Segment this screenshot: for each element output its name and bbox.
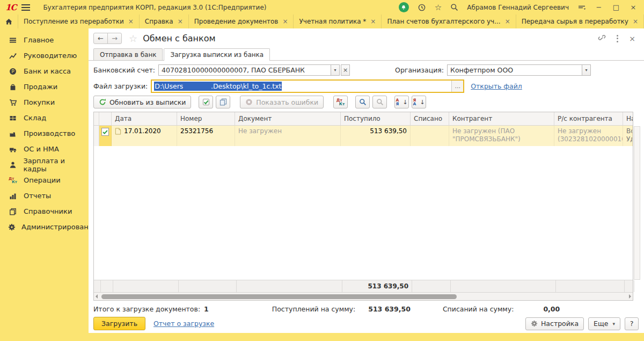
close-form-icon[interactable]: × (629, 34, 635, 43)
bank-account-dropdown-icon[interactable]: ▾ (331, 64, 340, 76)
open-file-link[interactable]: Открыть файл (471, 82, 522, 90)
tab-spravka[interactable]: Справка× (140, 14, 189, 28)
tab-plan-schetov[interactable]: План счетов бухгалтерского уч...× (382, 14, 516, 28)
sidebar-item-os-i-nma[interactable]: ОС и НМА (0, 141, 89, 157)
settings-button[interactable]: Настройка (525, 317, 584, 330)
total-received: 513 639,50 (342, 280, 412, 292)
scroll-right-icon[interactable] (629, 294, 631, 299)
subtab-zagruzka-vypiski[interactable]: Загрузка выписки из банка (164, 48, 270, 61)
link-icon[interactable] (598, 34, 606, 42)
bag-icon (8, 83, 18, 91)
scroll-left-icon[interactable] (96, 294, 98, 299)
header-date[interactable]: Дата (112, 112, 177, 125)
more-menu-icon[interactable] (617, 35, 618, 42)
vertical-scrollbar[interactable] (634, 126, 640, 280)
row-checkbox[interactable] (101, 128, 109, 136)
copy-button[interactable] (216, 96, 230, 108)
home-tab[interactable] (0, 14, 18, 28)
header-received[interactable]: Поступило (341, 112, 411, 125)
sort-descending-button[interactable]: ЯА↓ (412, 96, 426, 108)
search-button[interactable] (450, 3, 458, 11)
main-menu-icon[interactable] (21, 4, 30, 11)
find-button[interactable] (355, 96, 370, 108)
cell-truncated[interactable]: ВоУд (623, 126, 633, 146)
maximize-button[interactable]: □ (612, 3, 620, 11)
dt-kt-button[interactable]: ДтКт (333, 96, 348, 108)
tab-close-icon[interactable]: × (128, 18, 134, 25)
cell-counterparty[interactable]: Не загружен (ПАО "ПРОМСВЯЗЬБАНК") (449, 126, 554, 146)
sidebar-item-pokupki[interactable]: Покупки (0, 95, 89, 110)
cancel-search-button (372, 96, 387, 108)
service-menu-button[interactable] (577, 4, 586, 11)
bank-account-label: Банковский счет: (93, 66, 155, 74)
cell-number[interactable]: 25321756 (177, 126, 235, 146)
back-button[interactable]: ← (93, 33, 108, 44)
header-counterparty[interactable]: Контрагент (449, 112, 554, 125)
tab-postuplenie-iz-pererabotki[interactable]: Поступление из переработки× (18, 14, 140, 28)
app-title: Бухгалтерия предприятия КОРП, редакция 3… (43, 4, 266, 11)
help-button[interactable]: ? (625, 317, 639, 330)
tab-close-icon[interactable]: × (178, 18, 183, 25)
sidebar-item-rukovoditelyu[interactable]: Руководителю (0, 48, 89, 63)
header-written-off[interactable]: Списано (411, 112, 449, 125)
tab-close-icon[interactable]: × (282, 18, 288, 25)
table-totals-row: 513 639,50 (94, 280, 633, 292)
scrollbar-thumb[interactable] (101, 294, 457, 299)
tab-uchetnaya-politika[interactable]: Учетная политика *× (294, 14, 382, 28)
file-field[interactable]: D:\Users .Desktop\kl_to_1c.txt ... (151, 79, 464, 93)
arrow-left-icon: ← (98, 34, 104, 42)
cell-received[interactable]: 513 639,50 (341, 126, 411, 146)
sidebar-item-bank-i-kassa[interactable]: РБанк и касса (0, 63, 89, 79)
sidebar-item-zarplata-i-kadry[interactable]: Зарплата и кадры (0, 157, 89, 172)
more-button[interactable]: Еще▾ (588, 317, 620, 330)
load-report-link[interactable]: Отчет о загрузке (153, 320, 214, 328)
forward-button[interactable]: → (107, 33, 122, 44)
sidebar-item-proizvodstvo[interactable]: Производство (0, 126, 89, 141)
sidebar-item-sklad[interactable]: Склад (0, 110, 89, 126)
cell-date[interactable]: 17.01.2020 (112, 126, 177, 146)
sort-ascending-button[interactable]: АЯ↓ (394, 96, 409, 108)
header-number[interactable]: Номер (177, 112, 235, 125)
tab-peredacha-syrya[interactable]: Передача сырья в переработку× (516, 14, 644, 28)
organization-field[interactable]: Конфетпром ООО (447, 64, 582, 76)
row-checkbox-cell[interactable] (99, 126, 112, 146)
table-row[interactable]: 17.01.2020 25321756 Не загружен 513 639,… (94, 126, 633, 146)
load-button[interactable]: Загрузить (93, 317, 145, 330)
tab-provedenie-dokumentov[interactable]: Проведение документов× (189, 14, 294, 28)
mark-button[interactable] (199, 96, 213, 108)
sidebar-item-administrirovanie[interactable]: Администрирование (0, 219, 89, 235)
bottom-strip (0, 333, 644, 341)
header-document[interactable]: Документ (235, 112, 341, 125)
sidebar-item-operacii[interactable]: ДтКтОперации (0, 172, 89, 188)
cart-icon (8, 99, 18, 106)
command-bar: Обновить из выписки Показать ошибки ДтКт… (89, 93, 644, 112)
cell-counterparty-account[interactable]: Не загружен(30232810200000109… (554, 126, 623, 146)
error-circle-icon (245, 98, 253, 106)
sidebar-item-prodazhi[interactable]: Продажи (0, 79, 89, 95)
header-truncated[interactable]: На (623, 112, 633, 125)
sidebar-item-glavnoe[interactable]: Главное (0, 32, 89, 48)
sidebar-item-otchety[interactable]: Отчеты (0, 188, 89, 204)
organization-dropdown-icon[interactable]: ▾ (582, 64, 591, 76)
bank-account-field[interactable]: 40702810000000000007, ПАО СБЕРБАНК (158, 64, 331, 76)
bank-account-clear-icon[interactable]: × (341, 64, 350, 76)
tab-close-icon[interactable]: × (633, 18, 638, 25)
tab-close-icon[interactable]: × (370, 18, 376, 25)
header-counterparty-account[interactable]: Р/с контрагента (554, 112, 623, 125)
favorites-button[interactable]: ☆ (435, 3, 442, 12)
current-user[interactable]: Абрамов Геннадий Сергеевич (467, 4, 569, 11)
horizontal-scrollbar[interactable] (94, 292, 633, 300)
history-button[interactable] (418, 3, 426, 12)
browse-button[interactable]: ... (451, 81, 463, 92)
written-sum-value: 0,00 (543, 305, 560, 313)
cell-written-off[interactable] (411, 126, 449, 146)
close-window-button[interactable]: × (629, 3, 638, 11)
tab-close-icon[interactable]: × (505, 18, 510, 25)
subtab-otpravka-v-bank[interactable]: Отправка в банк (93, 48, 163, 60)
minimize-button[interactable]: − (595, 3, 603, 11)
refresh-from-statement-button[interactable]: Обновить из выписки (93, 96, 191, 108)
cell-document[interactable]: Не загружен (235, 126, 341, 146)
sidebar-item-spravochniki[interactable]: Справочники (0, 204, 89, 219)
favorite-star-icon[interactable]: ☆ (129, 33, 137, 44)
notifications-button[interactable] (399, 2, 409, 12)
